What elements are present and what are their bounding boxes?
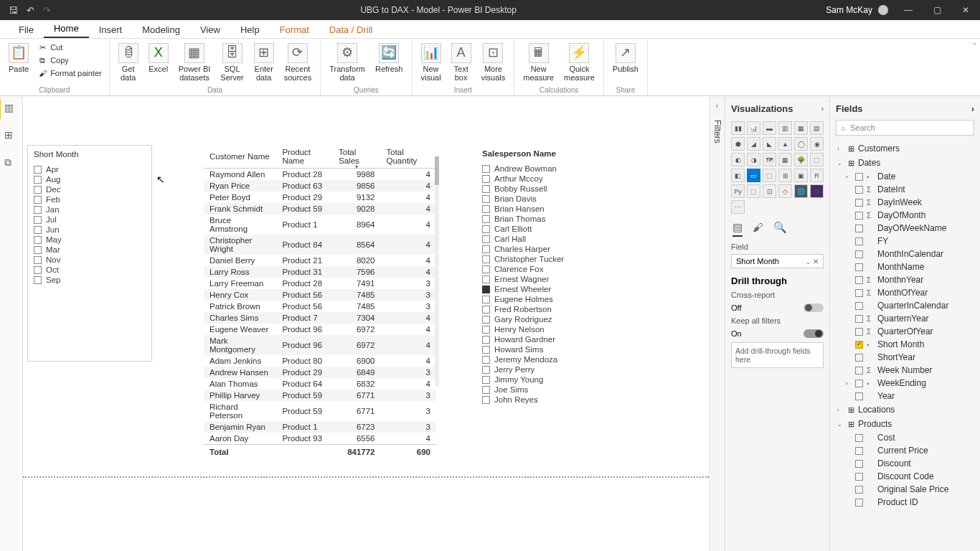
slicer-item[interactable]: Bobby Russell	[482, 184, 679, 194]
field-item[interactable]: ShortYear	[846, 351, 974, 364]
slicer-item[interactable]: Ernest Wagner	[482, 274, 679, 284]
chevron-down-icon[interactable]: ⌄	[806, 259, 811, 265]
slicer-item[interactable]: Gary Rodriguez	[482, 314, 679, 324]
slicer-item[interactable]: Brian Thomas	[482, 214, 679, 224]
field-item[interactable]: ΣDateInt	[846, 183, 974, 196]
viz-type-icon[interactable]: ◾	[810, 184, 824, 198]
slicer-item[interactable]: Henry Nelson	[482, 324, 679, 334]
field-item[interactable]: ΣMonthnYear	[846, 273, 974, 286]
viz-type-icon[interactable]: ▦	[794, 121, 808, 135]
field-item[interactable]: ΣDayInWeek	[846, 196, 974, 209]
column-header[interactable]: Product Name	[276, 145, 333, 169]
field-item[interactable]: Product ID	[846, 496, 974, 509]
tab-insert[interactable]: Insert	[89, 22, 133, 38]
table-row[interactable]: Bruce ArmstrongProduct 189644	[204, 215, 436, 235]
slicer-item[interactable]: Joe Sims	[482, 385, 679, 395]
viz-type-icon[interactable]: ▦	[778, 153, 792, 166]
close-button[interactable]: ✕	[951, 5, 980, 15]
slicer-item[interactable]: Arthur Mccoy	[482, 174, 679, 184]
redo-icon[interactable]: ↷	[43, 5, 51, 16]
fields-search-input[interactable]: ⌕ Search	[836, 120, 974, 136]
table-row[interactable]: Eugene WeaverProduct 9669724	[204, 324, 436, 335]
slicer-item[interactable]: Jan	[34, 204, 146, 215]
recent-sources-button[interactable]: ⟳Recent sources	[281, 42, 315, 83]
field-item[interactable]: ΣQuarternYear	[846, 312, 974, 325]
table-node[interactable]: ⌄⊞Dates	[836, 156, 974, 170]
table-row[interactable]: Charles SimsProduct 773044	[204, 312, 436, 324]
tab-view[interactable]: View	[190, 22, 230, 38]
viz-type-icon[interactable]: ◑	[747, 153, 760, 166]
slicer-item[interactable]: Apr	[34, 164, 146, 174]
table-row[interactable]: Benjamin RyanProduct 167233	[204, 421, 436, 433]
remove-field-icon[interactable]: ✕	[813, 258, 819, 265]
table-row[interactable]: Richard PetersonProduct 5967713	[204, 401, 436, 421]
user-name[interactable]: Sam McKay	[826, 5, 872, 15]
field-item[interactable]: ›▪Date	[846, 170, 974, 183]
cross-report-toggle[interactable]	[804, 303, 824, 312]
slicer-item[interactable]: Fred Robertson	[482, 304, 679, 314]
slicer-item[interactable]: Ernest Wheeler	[482, 284, 679, 294]
table-node[interactable]: ⌄⊞Products	[836, 417, 974, 431]
table-visual[interactable]: Customer NameProduct NameTotal SalesTota…	[204, 145, 436, 459]
viz-type-icon[interactable]: Py	[731, 184, 745, 198]
field-item[interactable]: QuarterInCalendar	[846, 299, 974, 312]
chevron-right-icon[interactable]: ›	[971, 103, 974, 114]
slicer-item[interactable]: Jimmy Young	[482, 375, 679, 385]
quick-measure-button[interactable]: ⚡Quick measure	[561, 42, 598, 83]
viz-type-icon[interactable]: ◯	[794, 137, 808, 151]
slicer-item[interactable]: Clarence Fox	[482, 264, 679, 274]
table-node[interactable]: ›⊞Customers	[836, 141, 974, 156]
column-header[interactable]: Total Sales	[333, 145, 381, 169]
pbi-datasets-button[interactable]: ▦Power BI datasets	[176, 42, 214, 83]
cut-button[interactable]: ✂Cut	[36, 42, 103, 53]
table-row[interactable]: Larry RossProduct 3175964	[204, 266, 436, 278]
table-row[interactable]: Ryan PriceProduct 6398564	[204, 180, 436, 192]
fields-tab-icon[interactable]: ▤	[732, 221, 743, 237]
new-visual-button[interactable]: 📊New visual	[418, 42, 444, 83]
field-item[interactable]: Cost	[846, 431, 974, 444]
field-item[interactable]: ΣWeek Number	[846, 364, 974, 377]
field-item[interactable]: ▪Short Month	[846, 338, 974, 351]
model-view-icon[interactable]: ⧉	[4, 156, 19, 171]
slicer-item[interactable]: Christopher Tucker	[482, 254, 679, 264]
data-view-icon[interactable]: ⊞	[4, 129, 19, 143]
viz-type-icon[interactable]: ◧	[731, 169, 745, 182]
viz-type-icon[interactable]: ▲	[778, 137, 792, 151]
tab-modeling[interactable]: Modeling	[132, 22, 190, 38]
viz-type-icon[interactable]: 🗺	[763, 153, 776, 166]
viz-type-icon[interactable]: ▭	[747, 169, 760, 182]
slicer-item[interactable]: Jerry Perry	[482, 364, 679, 375]
save-icon[interactable]: 🖫	[9, 5, 18, 16]
slicer-item[interactable]: Dec	[34, 184, 146, 194]
enter-data-button[interactable]: ⊞Enter data	[251, 42, 277, 83]
viz-type-icon[interactable]: 🌳	[794, 153, 808, 166]
table-row[interactable]: Larry FreemanProduct 2874913	[204, 278, 436, 289]
slicer-item[interactable]: Nov	[34, 255, 146, 265]
field-item[interactable]: Original Sale Price	[846, 483, 974, 496]
paste-button[interactable]: 📋Paste	[6, 42, 32, 75]
viz-type-icon[interactable]: ⬚	[747, 184, 760, 198]
tab-home[interactable]: Home	[44, 20, 89, 38]
table-row[interactable]: Aaron DayProduct 9365564	[204, 433, 436, 445]
field-item[interactable]: Discount Code	[846, 470, 974, 483]
table-row[interactable]: Christopher WrightProduct 8485644	[204, 235, 436, 255]
field-item[interactable]: ΣQuarterOfYear	[846, 325, 974, 338]
viz-type-icon[interactable]: ◐	[731, 153, 745, 166]
tab-file[interactable]: File	[9, 22, 44, 38]
slicer-salesperson[interactable]: Salesperson Name Andrew BowmanArthur Mcc…	[476, 145, 684, 410]
field-item[interactable]: ›▪WeekEnding	[846, 377, 974, 390]
analytics-tab-icon[interactable]: 🔍	[773, 221, 787, 237]
viz-type-icon[interactable]: ▣	[794, 169, 808, 182]
slicer-item[interactable]: Howard Sims	[482, 344, 679, 354]
tab-help[interactable]: Help	[230, 22, 270, 38]
chevron-right-icon[interactable]: ›	[821, 105, 824, 113]
table-row[interactable]: Patrick BrownProduct 5674853	[204, 301, 436, 312]
table-row[interactable]: Daniel BerryProduct 2180204	[204, 255, 436, 266]
table-row[interactable]: Mark MontgomeryProduct 9669724	[204, 335, 436, 355]
filters-pane-collapsed[interactable]: ‹ Filters	[709, 96, 725, 551]
maximize-button[interactable]: ▢	[923, 5, 951, 15]
drill-through-dropzone[interactable]: Add drill-through fields here	[731, 342, 824, 368]
refresh-button[interactable]: 🔄Refresh	[372, 42, 406, 75]
viz-type-icon[interactable]: ⊡	[763, 184, 776, 198]
viz-type-icon[interactable]: ◢	[747, 137, 760, 151]
